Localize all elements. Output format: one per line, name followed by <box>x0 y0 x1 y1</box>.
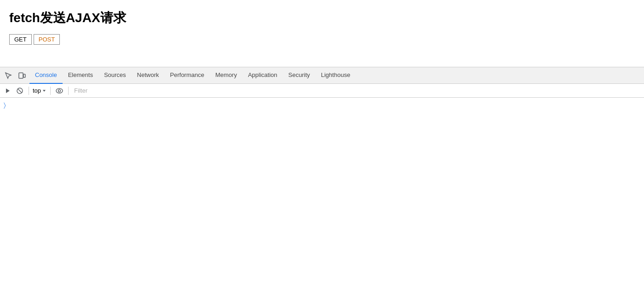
filter-input[interactable] <box>72 87 641 94</box>
tab-memory[interactable]: Memory <box>210 67 243 84</box>
block-icon[interactable] <box>15 86 25 96</box>
page-content: fetch发送AJAX请求 GET POST <box>0 0 644 67</box>
console-body: 〉 <box>0 98 644 300</box>
toolbar-divider-3 <box>68 87 69 95</box>
svg-line-4 <box>18 88 22 93</box>
tab-application[interactable]: Application <box>243 67 283 84</box>
devtools-panel: Console Elements Sources Network Perform… <box>0 67 644 300</box>
tab-elements[interactable]: Elements <box>63 67 99 84</box>
tab-sources[interactable]: Sources <box>99 67 132 84</box>
tab-performance[interactable]: Performance <box>164 67 209 84</box>
watch-expressions-icon[interactable] <box>54 86 64 96</box>
svg-rect-1 <box>23 74 25 77</box>
toggle-device-toolbar-icon[interactable] <box>16 69 29 82</box>
console-prompt-chevron[interactable]: 〉 <box>4 100 640 111</box>
svg-rect-0 <box>19 73 23 78</box>
prompt-chevron-icon: 〉 <box>4 101 6 109</box>
tab-lighthouse[interactable]: Lighthouse <box>315 67 356 84</box>
context-selector[interactable]: top <box>33 87 46 94</box>
svg-point-7 <box>58 89 61 92</box>
console-toolbar: top <box>0 84 644 98</box>
inspect-element-icon[interactable] <box>2 69 15 82</box>
get-button[interactable]: GET <box>9 34 32 45</box>
tab-network[interactable]: Network <box>132 67 165 84</box>
toolbar-divider-2 <box>50 87 51 95</box>
chevron-down-icon <box>42 88 46 93</box>
svg-marker-5 <box>43 90 46 92</box>
execute-script-icon[interactable] <box>3 86 13 96</box>
context-label: top <box>33 87 41 94</box>
tab-console[interactable]: Console <box>29 67 63 84</box>
svg-point-6 <box>56 88 63 93</box>
page-title: fetch发送AJAX请求 <box>9 9 635 27</box>
svg-marker-2 <box>6 88 10 93</box>
button-group: GET POST <box>9 34 635 45</box>
post-button[interactable]: POST <box>34 34 60 45</box>
devtools-tab-bar: Console Elements Sources Network Perform… <box>0 67 644 84</box>
toolbar-divider <box>29 87 29 95</box>
tab-security[interactable]: Security <box>283 67 315 84</box>
